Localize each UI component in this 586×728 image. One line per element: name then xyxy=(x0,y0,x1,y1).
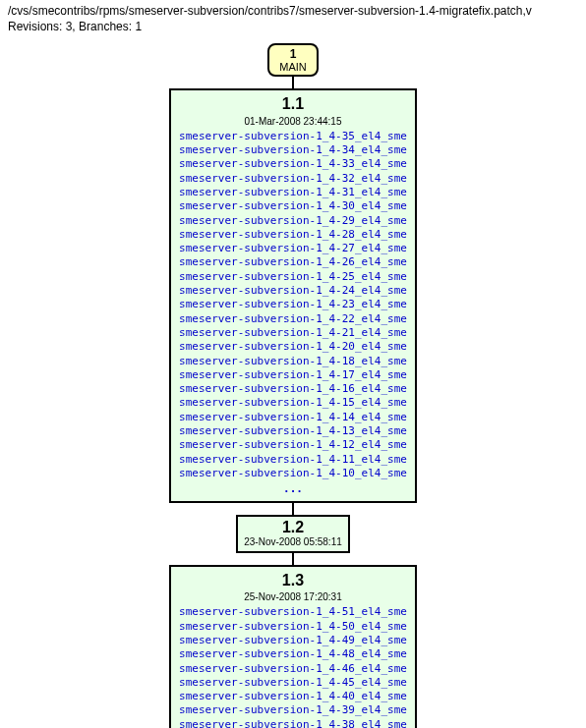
revision-date: 23-Nov-2008 05:58:11 xyxy=(244,536,342,547)
revision-tag: smeserver-subversion-1_4-23_el4_sme xyxy=(179,298,407,311)
revision-tag: smeserver-subversion-1_4-16_el4_sme xyxy=(179,382,407,396)
revision-tag: smeserver-subversion-1_4-11_el4_sme xyxy=(179,453,407,467)
revision-tag: smeserver-subversion-1_4-17_el4_sme xyxy=(179,368,407,382)
connector-line xyxy=(292,553,294,565)
revision-tag: smeserver-subversion-1_4-31_el4_sme xyxy=(179,186,407,199)
revision-tag: smeserver-subversion-1_4-32_el4_sme xyxy=(179,172,407,186)
revision-tag: smeserver-subversion-1_4-18_el4_sme xyxy=(179,355,407,368)
revision-tag: smeserver-subversion-1_4-35_el4_sme xyxy=(179,130,407,143)
revision-tag: smeserver-subversion-1_4-20_el4_sme xyxy=(179,340,407,354)
revision-tag: smeserver-subversion-1_4-49_el4_sme xyxy=(179,634,407,647)
ellipsis: ... xyxy=(179,482,407,496)
revision-number: 1.3 xyxy=(179,571,407,591)
revision-tag: smeserver-subversion-1_4-28_el4_sme xyxy=(179,228,407,242)
revision-tag: smeserver-subversion-1_4-15_el4_sme xyxy=(179,396,407,410)
revision-node-3[interactable]: 1.3 25-Nov-2008 17:20:31 smeserver-subve… xyxy=(169,565,417,728)
revision-tag: smeserver-subversion-1_4-10_el4_sme xyxy=(179,467,407,480)
header: /cvs/smecontribs/rpms/smeserver-subversi… xyxy=(0,0,586,41)
revision-tag: smeserver-subversion-1_4-45_el4_sme xyxy=(179,676,407,690)
revision-graph: 1 MAIN 1.1 01-Mar-2008 23:44:15 smeserve… xyxy=(0,41,586,728)
branch-node[interactable]: 1 MAIN xyxy=(267,43,319,77)
branch-number: 1 xyxy=(279,47,307,61)
connector-line xyxy=(292,77,294,88)
revision-tags: smeserver-subversion-1_4-51_el4_smesmese… xyxy=(179,605,407,728)
revision-number: 1.1 xyxy=(179,94,407,115)
connector-line xyxy=(292,503,294,515)
revision-tag: smeserver-subversion-1_4-24_el4_sme xyxy=(179,284,407,298)
branch-name: MAIN xyxy=(279,61,307,73)
revision-date: 01-Mar-2008 23:44:15 xyxy=(179,115,407,128)
revision-tag: smeserver-subversion-1_4-21_el4_sme xyxy=(179,326,407,340)
revision-tag: smeserver-subversion-1_4-27_el4_sme xyxy=(179,242,407,255)
revision-tag: smeserver-subversion-1_4-50_el4_sme xyxy=(179,620,407,634)
revision-tag: smeserver-subversion-1_4-13_el4_sme xyxy=(179,424,407,438)
revision-date: 25-Nov-2008 17:20:31 xyxy=(179,590,407,603)
revision-tag: smeserver-subversion-1_4-39_el4_sme xyxy=(179,703,407,717)
revision-tag: smeserver-subversion-1_4-46_el4_sme xyxy=(179,662,407,676)
file-path: /cvs/smecontribs/rpms/smeserver-subversi… xyxy=(8,4,578,18)
revision-node-1[interactable]: 1.1 01-Mar-2008 23:44:15 smeserver-subve… xyxy=(169,88,417,503)
revision-tag: smeserver-subversion-1_4-33_el4_sme xyxy=(179,157,407,171)
revision-tag: smeserver-subversion-1_4-22_el4_sme xyxy=(179,312,407,326)
revision-tag: smeserver-subversion-1_4-25_el4_sme xyxy=(179,270,407,284)
revision-tags: smeserver-subversion-1_4-35_el4_smesmese… xyxy=(179,130,407,480)
revision-node-2[interactable]: 1.2 23-Nov-2008 05:58:11 xyxy=(236,515,350,553)
revision-tag: smeserver-subversion-1_4-29_el4_sme xyxy=(179,214,407,228)
revision-tag: smeserver-subversion-1_4-14_el4_sme xyxy=(179,411,407,424)
revision-tag: smeserver-subversion-1_4-34_el4_sme xyxy=(179,143,407,157)
revision-stats: Revisions: 3, Branches: 1 xyxy=(8,20,578,33)
revision-tag: smeserver-subversion-1_4-40_el4_sme xyxy=(179,690,407,703)
revision-tag: smeserver-subversion-1_4-12_el4_sme xyxy=(179,438,407,452)
revision-tag: smeserver-subversion-1_4-51_el4_sme xyxy=(179,605,407,619)
revision-tag: smeserver-subversion-1_4-38_el4_sme xyxy=(179,718,407,728)
revision-tag: smeserver-subversion-1_4-48_el4_sme xyxy=(179,647,407,661)
revision-number: 1.2 xyxy=(244,519,342,536)
revision-tag: smeserver-subversion-1_4-26_el4_sme xyxy=(179,255,407,269)
revision-tag: smeserver-subversion-1_4-30_el4_sme xyxy=(179,199,407,213)
